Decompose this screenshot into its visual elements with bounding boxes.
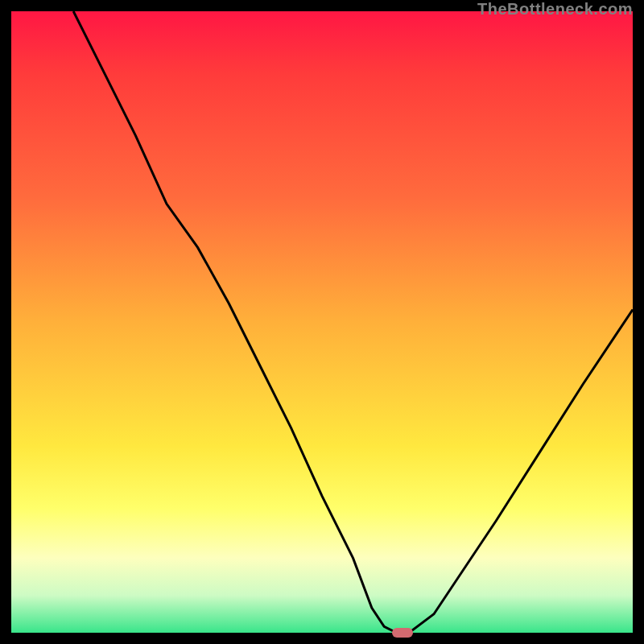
attribution-label: TheBottleneck.com: [477, 0, 633, 19]
optimal-marker: [392, 628, 413, 638]
chart-frame: TheBottleneck.com: [0, 0, 644, 644]
plot-area: [11, 11, 633, 633]
bottleneck-curve: [73, 11, 633, 633]
curve-svg: [11, 11, 633, 633]
